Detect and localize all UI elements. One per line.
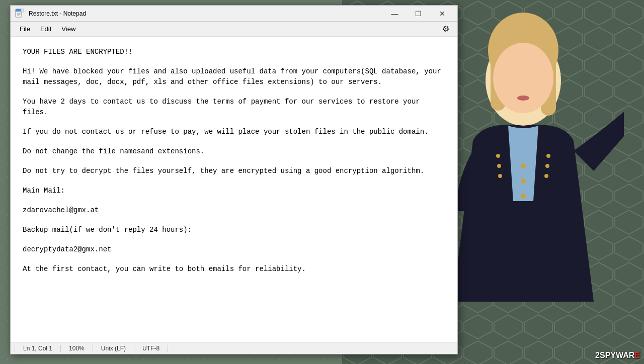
main-mail-address: zdarovachel@gmx.at: [23, 205, 445, 216]
paragraph-4: Do not change the file namesand extensio…: [23, 146, 445, 157]
heading-text: YOUR FILES ARE ENCRYPTED!!: [23, 47, 445, 57]
backup-mail-address: decryptydata2@gmx.net: [23, 244, 445, 255]
maximize-button[interactable]: ☐: [407, 7, 430, 21]
main-mail-label: Main Mail:: [23, 186, 445, 196]
zoom-level: 100%: [61, 345, 93, 352]
watermark-prefix: 2SPYWAR: [595, 351, 634, 359]
notepad-app-icon: [15, 9, 25, 19]
paragraph-1: Hi! We have blocked your files and also …: [23, 66, 445, 87]
window-controls: — ☐ ✕: [383, 7, 453, 21]
svg-rect-20: [16, 9, 22, 12]
svg-point-16: [546, 154, 550, 158]
svg-point-13: [496, 154, 500, 158]
settings-icon[interactable]: ⚙: [438, 22, 453, 36]
menu-file[interactable]: File: [15, 23, 35, 35]
encoding: UTF-8: [134, 345, 168, 352]
watermark-suffix: E: [634, 351, 640, 359]
svg-point-7: [493, 43, 553, 113]
svg-rect-24: [21, 9, 24, 12]
close-button[interactable]: ✕: [431, 7, 453, 21]
svg-point-10: [521, 163, 526, 168]
svg-point-18: [544, 174, 548, 178]
menu-view[interactable]: View: [56, 23, 80, 35]
svg-point-14: [497, 164, 501, 168]
window-title: Restore.txt - Notepad: [29, 10, 383, 17]
svg-point-15: [498, 174, 502, 178]
backup-mail-label: Backup mail(if we don't reply 24 hours):: [23, 225, 445, 235]
menu-edit[interactable]: Edit: [35, 23, 56, 35]
svg-point-17: [545, 164, 549, 168]
paragraph-2: You have 2 days to contact us to discuss…: [23, 97, 445, 118]
watermark: 2SPYWARE: [595, 351, 640, 360]
text-content-area[interactable]: YOUR FILES ARE ENCRYPTED!! Hi! We have b…: [11, 37, 457, 342]
cursor-position: Ln 1, Col 1: [15, 345, 61, 352]
line-ending: Unix (LF): [93, 345, 134, 352]
minimize-button[interactable]: —: [383, 7, 406, 21]
notepad-window: Restore.txt - Notepad — ☐ ✕ File Edit Vi…: [10, 5, 458, 354]
svg-point-8: [517, 96, 529, 101]
title-bar: Restore.txt - Notepad — ☐ ✕: [11, 6, 457, 22]
menu-bar: File Edit View ⚙: [11, 22, 457, 37]
status-bar: Ln 1, Col 1 100% Unix (LF) UTF-8: [11, 342, 457, 354]
paragraph-3: If you do not contact us or refuse to pa…: [23, 127, 445, 137]
closing-text: At the first contact, you can write to b…: [23, 264, 445, 275]
paragraph-5: Do not try to decrypt the files yourself…: [23, 166, 445, 176]
svg-point-12: [521, 194, 526, 199]
svg-point-11: [521, 178, 526, 184]
